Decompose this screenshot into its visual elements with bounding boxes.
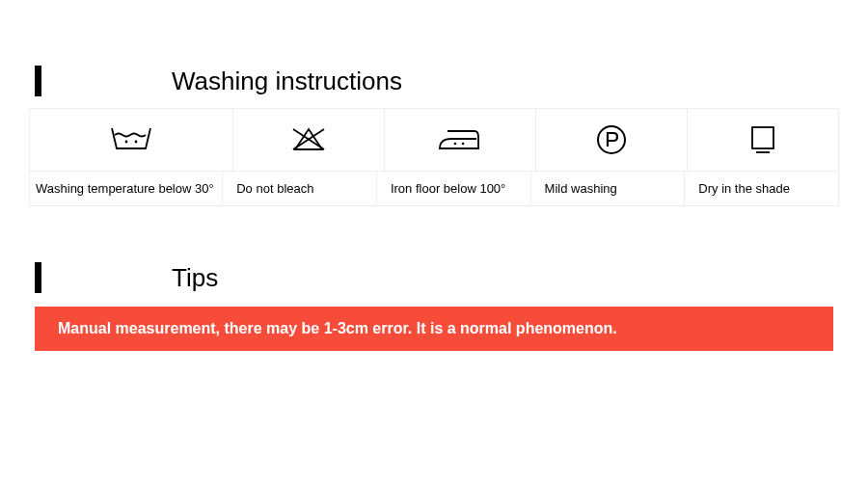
care-cell — [29, 108, 233, 172]
header-accent-bar — [35, 66, 41, 96]
svg-point-4 — [454, 143, 457, 146]
iron-low-icon — [436, 125, 484, 154]
svg-point-0 — [125, 141, 128, 144]
care-cell — [536, 108, 688, 172]
dry-shade-icon — [746, 123, 779, 156]
dryclean-p-icon — [595, 123, 628, 156]
washing-title: Washing instructions — [172, 67, 402, 96]
care-icons-row — [29, 108, 839, 172]
care-label: Dry in the shade — [685, 172, 839, 206]
care-labels-row: Washing temperature below 30° Do not ble… — [29, 172, 839, 206]
care-label: Mild washing — [531, 172, 686, 206]
washing-instructions-header: Washing instructions — [0, 66, 868, 96]
svg-rect-7 — [752, 127, 773, 148]
header-accent-bar — [35, 262, 41, 293]
no-bleach-icon — [289, 125, 328, 154]
care-cell — [233, 108, 385, 172]
tips-message-box: Manual measurement, there may be 1-3cm e… — [35, 307, 833, 351]
tips-title: Tips — [172, 263, 218, 293]
wash-30-icon — [109, 125, 153, 154]
care-cell — [688, 108, 839, 172]
care-label: Washing temperature below 30° — [29, 172, 223, 206]
tips-message: Manual measurement, there may be 1-3cm e… — [58, 320, 617, 336]
tips-header: Tips — [0, 262, 868, 293]
svg-point-5 — [462, 143, 465, 146]
svg-point-1 — [135, 141, 138, 144]
care-label: Do not bleach — [223, 172, 377, 206]
care-cell — [385, 108, 536, 172]
care-label: Iron floor below 100° — [377, 172, 531, 206]
